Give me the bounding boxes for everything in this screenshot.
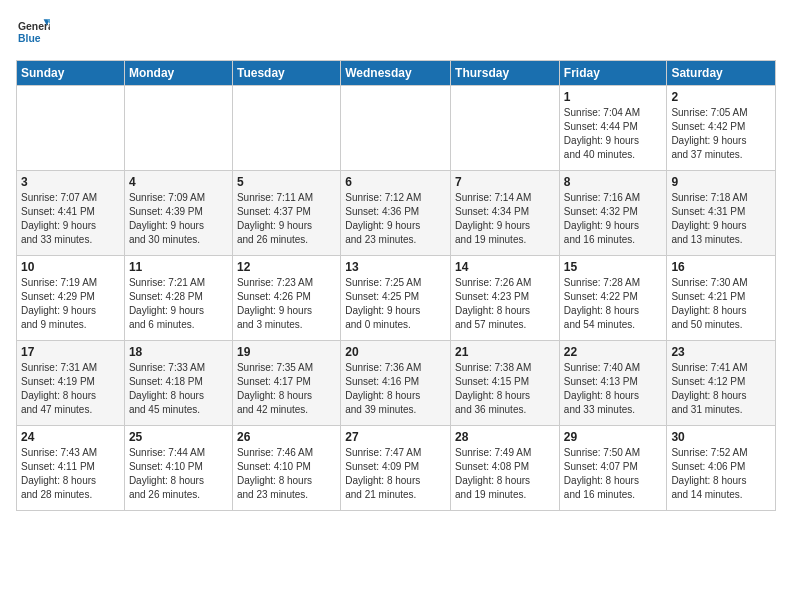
day-cell-19: 19Sunrise: 7:35 AM Sunset: 4:17 PM Dayli… [232, 341, 340, 426]
day-number-2: 2 [671, 90, 771, 104]
day-cell-24: 24Sunrise: 7:43 AM Sunset: 4:11 PM Dayli… [17, 426, 125, 511]
week-row-1: 1Sunrise: 7:04 AM Sunset: 4:44 PM Daylig… [17, 86, 776, 171]
week-row-4: 17Sunrise: 7:31 AM Sunset: 4:19 PM Dayli… [17, 341, 776, 426]
day-number-30: 30 [671, 430, 771, 444]
day-number-19: 19 [237, 345, 336, 359]
day-cell-22: 22Sunrise: 7:40 AM Sunset: 4:13 PM Dayli… [559, 341, 667, 426]
day-info-23: Sunrise: 7:41 AM Sunset: 4:12 PM Dayligh… [671, 361, 771, 417]
week-row-2: 3Sunrise: 7:07 AM Sunset: 4:41 PM Daylig… [17, 171, 776, 256]
day-number-15: 15 [564, 260, 663, 274]
day-cell-25: 25Sunrise: 7:44 AM Sunset: 4:10 PM Dayli… [124, 426, 232, 511]
day-info-29: Sunrise: 7:50 AM Sunset: 4:07 PM Dayligh… [564, 446, 663, 502]
day-info-14: Sunrise: 7:26 AM Sunset: 4:23 PM Dayligh… [455, 276, 555, 332]
day-cell-2: 2Sunrise: 7:05 AM Sunset: 4:42 PM Daylig… [667, 86, 776, 171]
day-cell-4: 4Sunrise: 7:09 AM Sunset: 4:39 PM Daylig… [124, 171, 232, 256]
day-number-1: 1 [564, 90, 663, 104]
day-number-16: 16 [671, 260, 771, 274]
day-number-11: 11 [129, 260, 228, 274]
day-cell-30: 30Sunrise: 7:52 AM Sunset: 4:06 PM Dayli… [667, 426, 776, 511]
day-info-13: Sunrise: 7:25 AM Sunset: 4:25 PM Dayligh… [345, 276, 446, 332]
empty-cell [341, 86, 451, 171]
day-info-26: Sunrise: 7:46 AM Sunset: 4:10 PM Dayligh… [237, 446, 336, 502]
day-info-10: Sunrise: 7:19 AM Sunset: 4:29 PM Dayligh… [21, 276, 120, 332]
day-cell-18: 18Sunrise: 7:33 AM Sunset: 4:18 PM Dayli… [124, 341, 232, 426]
day-info-7: Sunrise: 7:14 AM Sunset: 4:34 PM Dayligh… [455, 191, 555, 247]
day-number-26: 26 [237, 430, 336, 444]
day-cell-12: 12Sunrise: 7:23 AM Sunset: 4:26 PM Dayli… [232, 256, 340, 341]
day-info-22: Sunrise: 7:40 AM Sunset: 4:13 PM Dayligh… [564, 361, 663, 417]
calendar: SundayMondayTuesdayWednesdayThursdayFrid… [16, 60, 776, 511]
day-cell-7: 7Sunrise: 7:14 AM Sunset: 4:34 PM Daylig… [451, 171, 560, 256]
day-cell-20: 20Sunrise: 7:36 AM Sunset: 4:16 PM Dayli… [341, 341, 451, 426]
day-info-27: Sunrise: 7:47 AM Sunset: 4:09 PM Dayligh… [345, 446, 446, 502]
day-cell-15: 15Sunrise: 7:28 AM Sunset: 4:22 PM Dayli… [559, 256, 667, 341]
day-cell-13: 13Sunrise: 7:25 AM Sunset: 4:25 PM Dayli… [341, 256, 451, 341]
day-cell-8: 8Sunrise: 7:16 AM Sunset: 4:32 PM Daylig… [559, 171, 667, 256]
col-header-thursday: Thursday [451, 61, 560, 86]
svg-text:Blue: Blue [18, 33, 41, 44]
day-cell-10: 10Sunrise: 7:19 AM Sunset: 4:29 PM Dayli… [17, 256, 125, 341]
day-number-21: 21 [455, 345, 555, 359]
day-info-30: Sunrise: 7:52 AM Sunset: 4:06 PM Dayligh… [671, 446, 771, 502]
logo-icon: General Blue [18, 16, 50, 48]
day-info-5: Sunrise: 7:11 AM Sunset: 4:37 PM Dayligh… [237, 191, 336, 247]
day-cell-29: 29Sunrise: 7:50 AM Sunset: 4:07 PM Dayli… [559, 426, 667, 511]
day-cell-14: 14Sunrise: 7:26 AM Sunset: 4:23 PM Dayli… [451, 256, 560, 341]
day-number-28: 28 [455, 430, 555, 444]
day-info-15: Sunrise: 7:28 AM Sunset: 4:22 PM Dayligh… [564, 276, 663, 332]
day-info-4: Sunrise: 7:09 AM Sunset: 4:39 PM Dayligh… [129, 191, 228, 247]
day-number-27: 27 [345, 430, 446, 444]
day-number-25: 25 [129, 430, 228, 444]
empty-cell [232, 86, 340, 171]
day-info-11: Sunrise: 7:21 AM Sunset: 4:28 PM Dayligh… [129, 276, 228, 332]
svg-text:General: General [18, 21, 50, 32]
day-number-20: 20 [345, 345, 446, 359]
day-number-4: 4 [129, 175, 228, 189]
day-number-5: 5 [237, 175, 336, 189]
day-cell-23: 23Sunrise: 7:41 AM Sunset: 4:12 PM Dayli… [667, 341, 776, 426]
day-info-25: Sunrise: 7:44 AM Sunset: 4:10 PM Dayligh… [129, 446, 228, 502]
day-number-8: 8 [564, 175, 663, 189]
day-info-1: Sunrise: 7:04 AM Sunset: 4:44 PM Dayligh… [564, 106, 663, 162]
day-number-24: 24 [21, 430, 120, 444]
day-number-18: 18 [129, 345, 228, 359]
day-info-6: Sunrise: 7:12 AM Sunset: 4:36 PM Dayligh… [345, 191, 446, 247]
logo: General Blue [16, 16, 50, 48]
day-number-23: 23 [671, 345, 771, 359]
col-header-sunday: Sunday [17, 61, 125, 86]
empty-cell [451, 86, 560, 171]
empty-cell [17, 86, 125, 171]
day-cell-6: 6Sunrise: 7:12 AM Sunset: 4:36 PM Daylig… [341, 171, 451, 256]
day-cell-26: 26Sunrise: 7:46 AM Sunset: 4:10 PM Dayli… [232, 426, 340, 511]
day-info-3: Sunrise: 7:07 AM Sunset: 4:41 PM Dayligh… [21, 191, 120, 247]
day-cell-1: 1Sunrise: 7:04 AM Sunset: 4:44 PM Daylig… [559, 86, 667, 171]
day-cell-21: 21Sunrise: 7:38 AM Sunset: 4:15 PM Dayli… [451, 341, 560, 426]
empty-cell [124, 86, 232, 171]
day-info-17: Sunrise: 7:31 AM Sunset: 4:19 PM Dayligh… [21, 361, 120, 417]
day-cell-17: 17Sunrise: 7:31 AM Sunset: 4:19 PM Dayli… [17, 341, 125, 426]
day-cell-27: 27Sunrise: 7:47 AM Sunset: 4:09 PM Dayli… [341, 426, 451, 511]
day-number-10: 10 [21, 260, 120, 274]
day-number-22: 22 [564, 345, 663, 359]
day-number-12: 12 [237, 260, 336, 274]
day-number-9: 9 [671, 175, 771, 189]
col-header-monday: Monday [124, 61, 232, 86]
col-header-wednesday: Wednesday [341, 61, 451, 86]
week-row-5: 24Sunrise: 7:43 AM Sunset: 4:11 PM Dayli… [17, 426, 776, 511]
day-number-29: 29 [564, 430, 663, 444]
day-info-16: Sunrise: 7:30 AM Sunset: 4:21 PM Dayligh… [671, 276, 771, 332]
day-number-3: 3 [21, 175, 120, 189]
week-row-3: 10Sunrise: 7:19 AM Sunset: 4:29 PM Dayli… [17, 256, 776, 341]
col-header-friday: Friday [559, 61, 667, 86]
day-cell-3: 3Sunrise: 7:07 AM Sunset: 4:41 PM Daylig… [17, 171, 125, 256]
day-info-9: Sunrise: 7:18 AM Sunset: 4:31 PM Dayligh… [671, 191, 771, 247]
day-info-19: Sunrise: 7:35 AM Sunset: 4:17 PM Dayligh… [237, 361, 336, 417]
day-number-17: 17 [21, 345, 120, 359]
day-info-20: Sunrise: 7:36 AM Sunset: 4:16 PM Dayligh… [345, 361, 446, 417]
day-cell-16: 16Sunrise: 7:30 AM Sunset: 4:21 PM Dayli… [667, 256, 776, 341]
day-info-21: Sunrise: 7:38 AM Sunset: 4:15 PM Dayligh… [455, 361, 555, 417]
day-number-14: 14 [455, 260, 555, 274]
page: General Blue SundayMondayTuesdayWednesda… [0, 0, 792, 612]
header: General Blue [16, 16, 776, 48]
day-number-7: 7 [455, 175, 555, 189]
